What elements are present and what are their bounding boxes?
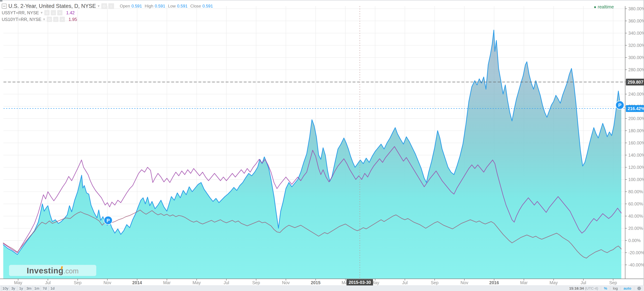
y-axis-label: 240.00% [628,92,644,97]
y-axis-label: 160.00% [628,140,644,145]
chevron-down-icon[interactable]: ▾ [41,10,42,15]
x-axis-label: Mar [520,280,528,285]
x-axis-label: Nov [104,280,111,285]
price-badge: 216.42% [626,105,644,112]
ohlc-label: High [145,4,153,8]
alert-icon[interactable]: ⊙ [44,10,50,15]
pin-marker[interactable]: P [616,101,624,109]
close-icon[interactable]: × [60,17,65,22]
bottom-toolbar: 10y3y1y3m1m7d1d 15:16:34 (UTC-4) % log a… [0,286,644,291]
ohlc-value: 0.591 [132,4,142,8]
overlay-name: US10YT=RR, NYSE [2,17,41,22]
range-button-1d[interactable]: 1d [48,286,56,291]
alert-icon[interactable]: ⊙ [101,3,107,9]
settings-gear-icon[interactable] [637,286,641,291]
log-scale-button[interactable]: log [613,286,618,291]
range-buttons: 10y3y1y3m1m7d1d [2,286,56,291]
realtime-dot-icon: ● [594,4,596,9]
y-axis-label: 360.00% [628,18,644,23]
x-axis-label: 2016 [489,280,499,285]
collapse-icon[interactable] [2,4,7,8]
y-axis-label: 120.00% [628,165,644,170]
y-axis-label: 280.00% [628,67,644,72]
x-axis-label: Nov [282,280,290,285]
y-axis-label: 20.00% [628,226,643,231]
corner-notch [0,0,2,1]
toolbar-right: 15:16:34 (UTC-4) % log auto [569,286,641,291]
ohlc-label: Low [168,4,176,8]
y-axis-label: 340.00% [628,31,644,36]
svg-text:P: P [106,218,110,223]
realtime-label: realtime [598,4,614,9]
overlay-value: 1.42 [66,10,75,15]
legend: U.S. 2-Year, United States, D, NYSE ▾ ⊙ … [2,3,216,23]
logo-suffix: .com [64,267,79,275]
overlay-row-us10yt: US10YT=RR, NYSE ▾ ⊙ ☼ × 1.95 [2,16,216,23]
ohlc-value: 0.591 [202,4,213,8]
main-symbol-row: U.S. 2-Year, United States, D, NYSE ▾ ⊙ … [2,3,216,9]
x-axis-label: Mar [163,280,170,285]
pin-marker[interactable]: P [104,216,112,225]
x-axis-label: 2015 [311,280,320,285]
x-axis-label: Nov [460,280,468,285]
x-axis-label: Jul [45,280,51,285]
x-axis-label: May [550,280,558,285]
ohlc-value: 0.591 [155,4,165,8]
investing-logo: Investing .com [9,265,96,276]
y-axis-label: 200.00% [628,116,644,121]
x-axis-label: Jul [580,280,586,285]
x-axis-label: Jul [224,280,229,285]
chart-app: PP U.S. 2-Year, United States, D, NYSE ▾… [0,0,644,291]
x-axis-label: May [192,280,201,285]
date-badge: 2015-03-30 [346,279,373,286]
y-axis-label: 380.00% [628,6,644,11]
ohlc-label: Open [120,4,130,8]
y-axis-label: 0.00% [628,238,641,243]
range-button-1y[interactable]: 1y [17,286,25,291]
settings-icon[interactable]: ☼ [53,17,58,22]
price-badge: 259.807 [626,79,644,85]
chevron-down-icon[interactable]: ▾ [98,4,100,8]
percent-scale-button[interactable]: % [604,286,607,291]
y-axis-label: 300.00% [628,55,644,60]
y-axis-label: 80.00% [628,189,643,194]
symbol-title: U.S. 2-Year, United States, D, NYSE [8,3,96,9]
x-axis-label: 2014 [132,280,142,285]
alert-icon[interactable]: ⊙ [47,17,52,22]
range-button-3m[interactable]: 3m [25,286,33,291]
y-axis-label: 140.00% [628,153,644,158]
close-icon[interactable]: × [57,10,62,15]
x-axis-label: Sep [431,280,438,285]
top-border [0,0,644,0]
clock-time: 15:16:34 [569,286,584,291]
chevron-down-icon[interactable]: ▾ [43,17,45,22]
logo-text: Investing [27,266,64,275]
overlay-value: 1.95 [68,17,77,22]
x-axis-label: Sep [74,280,82,285]
y-axis-label: -40.00% [628,263,644,268]
ohlc-readout: Open0.591High0.591Low0.591Close0.591 [120,4,216,8]
overlay-row-us5yt: US5YT=RR, NYSE ▾ ⊙ ☼ × 1.42 [2,9,216,16]
realtime-indicator: ● realtime [594,4,614,9]
y-axis-label: -20.00% [628,250,644,255]
y-axis-label: 100.00% [628,177,644,182]
settings-icon[interactable]: ☼ [108,3,114,9]
settings-icon[interactable]: ☼ [51,10,56,15]
range-button-1m[interactable]: 1m [33,286,41,291]
overlay-name: US5YT=RR, NYSE [2,10,39,15]
range-button-7d[interactable]: 7d [41,286,48,291]
range-button-10y[interactable]: 10y [2,286,9,291]
ohlc-label: Close [190,4,201,8]
auto-scale-button[interactable]: auto [624,286,631,291]
y-axis-label: 60.00% [628,201,643,207]
x-axis-label: May [14,280,22,285]
clock-timezone: (UTC-4) [585,286,598,291]
range-button-3y[interactable]: 3y [9,286,17,291]
y-axis-label: 180.00% [628,128,644,133]
x-axis-label: Sep [609,280,617,285]
y-axis-label: 320.00% [628,43,644,48]
x-axis-label: Sep [252,280,260,285]
ohlc-value: 0.591 [177,4,188,8]
price-chart[interactable]: PP [0,0,644,291]
svg-text:P: P [618,102,622,108]
